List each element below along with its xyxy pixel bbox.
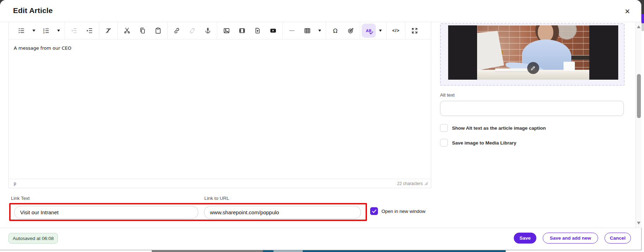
article-image-dropzone [440, 23, 625, 86]
backdrop-edge [642, 14, 644, 23]
link-url-label: Link to URL [204, 196, 229, 201]
spellcheck-ab-dropdown-button[interactable] [376, 23, 385, 38]
paste-button[interactable] [150, 23, 166, 38]
toolbar-separator [217, 22, 217, 39]
code-view-button[interactable]: </> [388, 23, 404, 38]
cut-button[interactable] [119, 23, 135, 38]
close-icon[interactable]: ✕ [623, 7, 632, 16]
cancel-button[interactable]: Cancel [604, 233, 631, 244]
youtube-icon [270, 27, 277, 34]
link-text-label: Link Text [11, 196, 30, 201]
save-image-to-media-library-checkbox[interactable] [440, 139, 448, 147]
bullet-list-icon [18, 27, 25, 34]
save-image-to-media-library-checkbox-label: Save image to Media Library [452, 140, 516, 146]
backdrop-edge [273, 250, 303, 252]
autosave-badge: Autosaved at 06:08 [8, 233, 58, 244]
link-url-input[interactable] [204, 206, 361, 219]
element-path: p [14, 181, 16, 186]
edit-article-modal: Edit Article ✕ 123ΩAB</> A message from … [0, 0, 642, 250]
footer-divider [0, 228, 642, 228]
save-button[interactable]: Save [514, 233, 536, 244]
toolbar-separator [167, 22, 168, 39]
modal-header: Edit Article ✕ [0, 0, 641, 22]
horizontal-line-button[interactable] [284, 23, 300, 38]
insert-image-button[interactable] [219, 23, 234, 38]
screen: Edit Article ✕ 123ΩAB</> A message from … [0, 0, 644, 252]
scroll-up-arrow[interactable] [637, 25, 640, 28]
personalization-target-button[interactable] [343, 23, 359, 38]
backdrop-edge [642, 10, 644, 14]
scrollbar-thumb[interactable] [637, 74, 641, 118]
pencil-icon [530, 65, 536, 71]
numbered-list-button[interactable]: 123 [38, 23, 54, 38]
bullet-list-button[interactable] [14, 23, 29, 38]
editor-toolbar: 123ΩAB</> [9, 22, 431, 39]
page-title: Edit Article [13, 6, 53, 15]
numbered-list-dropdown-button[interactable] [54, 23, 63, 38]
special-characters-icon: Ω [333, 27, 337, 34]
link-text-input[interactable] [14, 206, 198, 219]
show-alt-text-caption-checkbox-label: Show Alt text as the article image capti… [452, 125, 546, 131]
editor-content-area[interactable]: A message from our CEO [9, 39, 431, 179]
alt-text-label: Alt text [440, 92, 455, 98]
article-image-preview [448, 25, 618, 80]
scroll-down-arrow[interactable] [637, 222, 640, 225]
toolbar-separator [360, 22, 360, 39]
insert-table-button[interactable] [300, 23, 315, 38]
toolbar-separator [65, 22, 65, 39]
fullscreen-button[interactable] [407, 23, 422, 38]
backdrop-edge [152, 250, 263, 252]
check-icon [372, 209, 377, 213]
spellcheck-ab-icon: AB [366, 29, 372, 33]
resize-grip-icon[interactable] [425, 182, 428, 185]
editor-statusbar: p 22 characters [9, 179, 431, 188]
open-in-new-window-label: Open in new window [381, 209, 426, 214]
fullscreen-icon [411, 27, 418, 34]
toolbar-separator [405, 22, 405, 39]
toolbar-separator [326, 22, 326, 39]
backdrop-edge [263, 250, 273, 252]
indent-button[interactable] [82, 23, 97, 38]
show-alt-text-caption-checkbox[interactable] [440, 124, 448, 132]
backdrop-edge [642, 23, 644, 31]
spellcheck-ab-button[interactable]: AB [362, 24, 376, 38]
svg-text:3: 3 [43, 31, 45, 34]
checkbox-row: Show Alt text as the article image capti… [440, 124, 546, 132]
bullet-list-dropdown-button[interactable] [29, 23, 38, 38]
rich-text-editor: 123ΩAB</> A message from our CEO p 22 ch… [8, 22, 431, 188]
insert-file-button[interactable] [250, 23, 265, 38]
code-view-icon: </> [392, 28, 399, 33]
youtube-button[interactable] [265, 23, 281, 38]
unlink-button[interactable] [185, 23, 200, 38]
copy-button[interactable] [135, 23, 150, 38]
indent-icon [86, 27, 93, 34]
open-in-new-window-checkbox[interactable] [370, 207, 378, 215]
unlink-icon [189, 27, 196, 34]
anchor-button[interactable] [200, 23, 216, 38]
scrollbar [636, 22, 642, 228]
insert-video-button[interactable] [234, 23, 250, 38]
toolbar-separator [386, 22, 387, 39]
save-and-add-new-button[interactable]: Save and add new [543, 233, 598, 244]
insert-table-dropdown-button[interactable] [315, 23, 324, 38]
checkbox-row: Save image to Media Library [440, 139, 516, 147]
insert-file-icon [254, 27, 261, 34]
char-count: 22 characters [397, 181, 423, 186]
insert-link-button[interactable] [169, 23, 185, 38]
cut-icon [124, 27, 131, 34]
clear-formatting-button[interactable] [101, 23, 116, 38]
insert-link-icon [173, 27, 180, 34]
outdent-button[interactable] [66, 23, 82, 38]
backdrop-edge [303, 250, 506, 252]
special-characters-button[interactable]: Ω [327, 23, 343, 38]
insert-video-icon [239, 27, 246, 34]
toolbar-separator [118, 22, 118, 39]
edit-image-button[interactable] [527, 62, 539, 74]
personalization-target-icon [347, 27, 354, 34]
alt-text-input[interactable] [440, 101, 624, 116]
paste-icon [155, 27, 162, 34]
numbered-list-icon: 123 [43, 27, 50, 34]
insert-image-icon [223, 27, 230, 34]
editor-paragraph: A message from our CEO [14, 45, 426, 51]
anchor-icon [204, 27, 211, 34]
